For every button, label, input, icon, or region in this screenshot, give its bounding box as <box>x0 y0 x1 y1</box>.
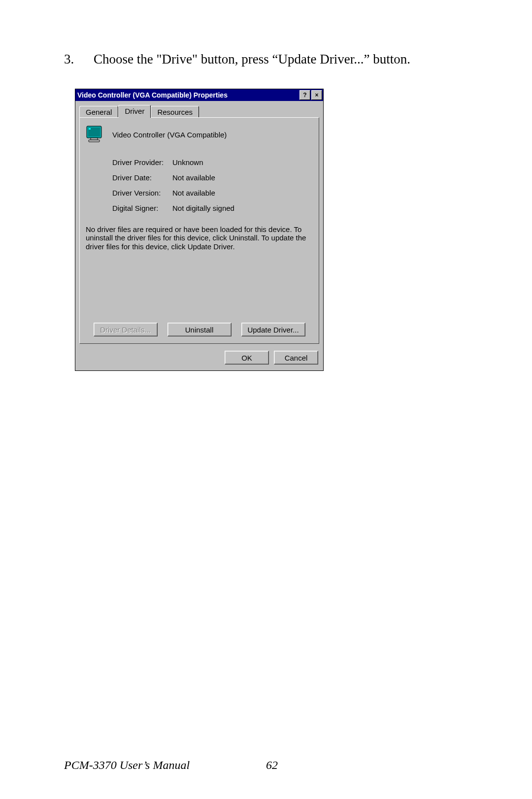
monitor-icon <box>86 125 105 144</box>
titlebar: Video Controller (VGA Compatible) Proper… <box>75 89 323 101</box>
close-icon[interactable]: × <box>311 90 322 100</box>
step-text: Choose the "Drive" button, press “Update… <box>94 52 468 67</box>
svg-rect-4 <box>89 140 100 142</box>
uninstall-button[interactable]: Uninstall <box>167 323 232 336</box>
properties-dialog: Video Controller (VGA Compatible) Proper… <box>75 89 324 371</box>
tab-resources[interactable]: Resources <box>151 106 199 117</box>
tab-driver-panel: Video Controller (VGA Compatible) Driver… <box>79 117 319 344</box>
instruction-step: 3. Choose the "Drive" button, press “Upd… <box>64 52 468 67</box>
step-number: 3. <box>64 52 94 67</box>
label-driver-date: Driver Date: <box>112 173 172 182</box>
label-digital-signer: Digital Signer: <box>112 204 172 212</box>
manual-name: PCM-3370 User’s Manual <box>64 759 190 772</box>
driver-details-button: Driver Details... <box>94 323 158 336</box>
tab-general[interactable]: General <box>79 106 118 117</box>
svg-rect-2 <box>89 128 91 130</box>
tab-strip: General Driver Resources <box>79 105 323 117</box>
driver-info-text: No driver files are required or have bee… <box>86 225 313 251</box>
label-driver-version: Driver Version: <box>112 189 172 197</box>
svg-rect-3 <box>91 138 98 140</box>
page-number: 62 <box>266 759 278 772</box>
ok-button[interactable]: OK <box>225 351 269 365</box>
device-name: Video Controller (VGA Compatible) <box>112 131 227 139</box>
titlebar-text: Video Controller (VGA Compatible) Proper… <box>77 91 299 99</box>
update-driver-button[interactable]: Update Driver... <box>241 323 305 336</box>
value-driver-date: Not available <box>172 173 313 182</box>
value-digital-signer: Not digitally signed <box>172 204 313 212</box>
cancel-button[interactable]: Cancel <box>274 351 318 365</box>
label-driver-provider: Driver Provider: <box>112 158 172 166</box>
value-driver-version: Not available <box>172 189 313 197</box>
page-footer: PCM-3370 User’s Manual 62 <box>64 759 468 772</box>
value-driver-provider: Unknown <box>172 158 313 166</box>
tab-driver[interactable]: Driver <box>118 105 151 118</box>
help-icon[interactable]: ? <box>299 90 310 100</box>
